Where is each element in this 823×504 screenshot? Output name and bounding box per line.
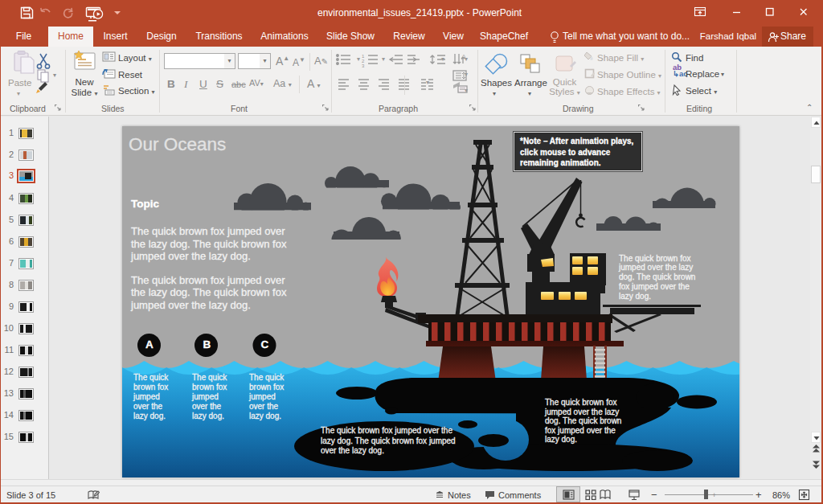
svg-text:3: 3 bbox=[362, 64, 365, 68]
